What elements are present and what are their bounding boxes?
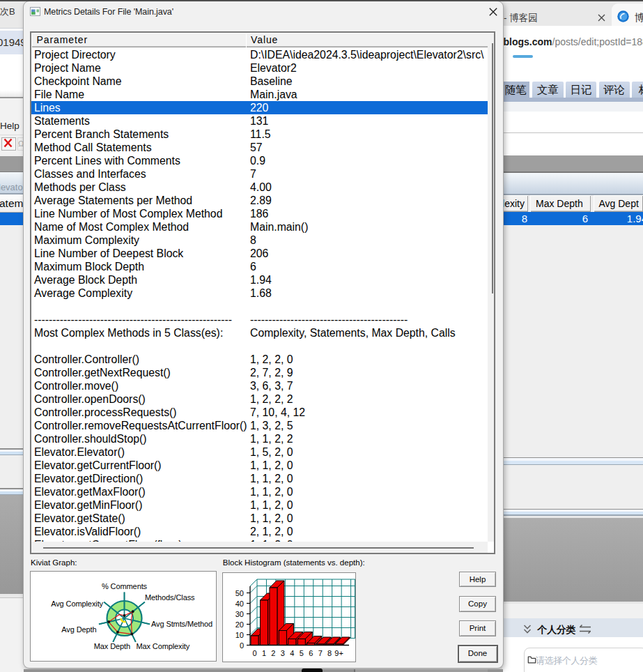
svg-text:0: 0 <box>252 648 256 657</box>
svg-text:Avg Depth: Avg Depth <box>61 625 96 634</box>
svg-text:3: 3 <box>281 648 285 657</box>
svg-text:Methods/Class: Methods/Class <box>145 593 195 602</box>
svg-text:% Comments: % Comments <box>101 582 147 590</box>
svg-text:Avg Stmts/Method: Avg Stmts/Method <box>151 620 212 628</box>
svg-text:Max Complexity: Max Complexity <box>136 641 189 650</box>
svg-text:30: 30 <box>235 609 244 618</box>
svg-text:5: 5 <box>300 648 304 657</box>
svg-text:2: 2 <box>271 648 275 657</box>
svg-text:Max Depth: Max Depth <box>93 641 130 650</box>
svg-text:50: 50 <box>235 588 244 597</box>
svg-text:0: 0 <box>240 641 244 649</box>
svg-text:1: 1 <box>262 648 266 657</box>
svg-text:10: 10 <box>235 630 244 639</box>
svg-text:40: 40 <box>235 599 244 607</box>
svg-text:Avg Complexity: Avg Complexity <box>51 600 103 608</box>
svg-text:20: 20 <box>235 620 244 628</box>
svg-text:8: 8 <box>327 648 332 657</box>
svg-text:4: 4 <box>290 648 294 657</box>
svg-text:6: 6 <box>309 648 313 657</box>
svg-text:9+: 9+ <box>334 648 343 657</box>
svg-text:7: 7 <box>318 648 323 657</box>
